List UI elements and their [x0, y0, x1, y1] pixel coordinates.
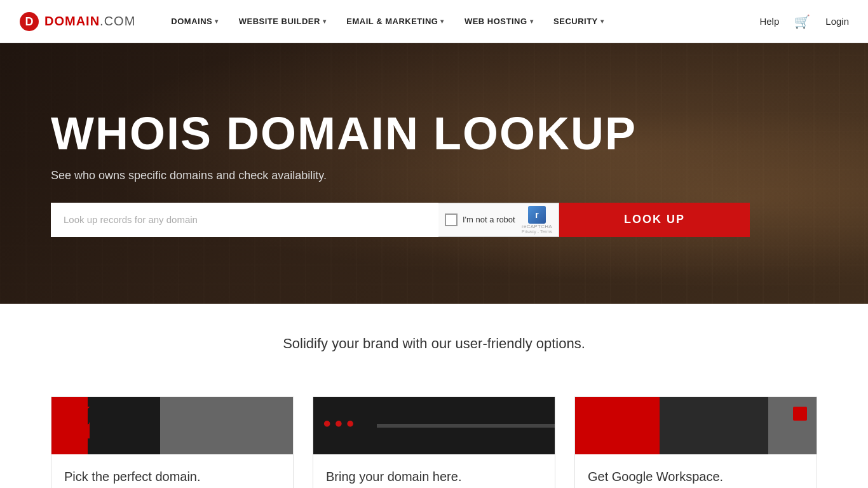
help-link[interactable]: Help [759, 16, 779, 27]
captcha-label-group: I'm not a robot [463, 215, 515, 224]
card-workspace-body: Get Google Workspace. Create a branded e… [575, 454, 817, 488]
recaptcha-icon: r [528, 206, 546, 224]
card-domain-title: Pick the perfect domain. [64, 470, 280, 484]
chevron-down-icon: ▾ [440, 18, 444, 25]
recaptcha-privacy: Privacy - Terms [522, 229, 552, 234]
hero-content: WHOIS DOMAIN LOOKUP See who owns specifi… [51, 111, 817, 237]
hero-subtitle: See who owns specific domains and check … [51, 169, 817, 182]
card-transfer: Bring your domain here. Transfer a domai… [313, 396, 555, 488]
main-nav: DOMAINS ▾ WEBSITE BUILDER ▾ EMAIL & MARK… [161, 0, 759, 43]
chevron-down-icon: ▾ [600, 18, 604, 25]
search-row: I'm not a robot r reCAPTCHA Privacy - Te… [51, 203, 750, 237]
captcha-checkbox[interactable] [445, 214, 458, 226]
card-transfer-image [313, 397, 555, 454]
cards-row: Pick the perfect domain. Search hundreds… [0, 396, 868, 488]
card-workspace: Get Google Workspace. Create a branded e… [574, 396, 817, 488]
card-domain: Pick the perfect domain. Search hundreds… [51, 396, 294, 488]
logo-icon: D [19, 11, 39, 32]
nav-item-security[interactable]: SECURITY ▾ [543, 0, 614, 43]
nav-item-email-marketing[interactable]: EMAIL & MARKETING ▾ [336, 0, 454, 43]
nav-item-website-builder[interactable]: WEBSITE BUILDER ▾ [229, 0, 337, 43]
card-transfer-title: Bring your domain here. [326, 470, 542, 484]
header-right: Help 🛒 Login [759, 14, 849, 29]
header: D DOMAIN.COM DOMAINS ▾ WEBSITE BUILDER ▾… [0, 0, 868, 43]
logo-text: DOMAIN.COM [44, 14, 135, 29]
card-domain-image [51, 397, 293, 454]
lookup-button[interactable]: LOOK UP [559, 203, 750, 237]
card-workspace-title: Get Google Workspace. [588, 470, 804, 484]
login-link[interactable]: Login [825, 16, 849, 27]
recaptcha-logo: r reCAPTCHA Privacy - Terms [522, 206, 552, 234]
nav-item-web-hosting[interactable]: WEB HOSTING ▾ [454, 0, 543, 43]
chevron-down-icon: ▾ [323, 18, 327, 25]
hero-section: WHOIS DOMAIN LOOKUP See who owns specifi… [0, 43, 868, 304]
cart-icon[interactable]: 🛒 [794, 14, 810, 29]
chevron-down-icon: ▾ [215, 18, 219, 25]
hero-title: WHOIS DOMAIN LOOKUP [51, 111, 817, 156]
chevron-down-icon: ▾ [530, 18, 534, 25]
card-transfer-body: Bring your domain here. Transfer a domai… [313, 454, 555, 488]
domain-search-input[interactable] [51, 203, 438, 237]
nav-item-domains[interactable]: DOMAINS ▾ [161, 0, 228, 43]
recaptcha-text: reCAPTCHA [522, 224, 552, 229]
logo[interactable]: D DOMAIN.COM [19, 11, 135, 32]
captcha-widget[interactable]: I'm not a robot r reCAPTCHA Privacy - Te… [438, 203, 559, 237]
svg-text:D: D [25, 15, 34, 28]
card-domain-body: Pick the perfect domain. Search hundreds… [51, 454, 293, 488]
mid-section: Solidify your brand with our user-friend… [0, 304, 868, 396]
captcha-label: I'm not a robot [463, 215, 515, 224]
card-workspace-image [575, 397, 817, 454]
mid-tagline: Solidify your brand with our user-friend… [51, 336, 817, 352]
